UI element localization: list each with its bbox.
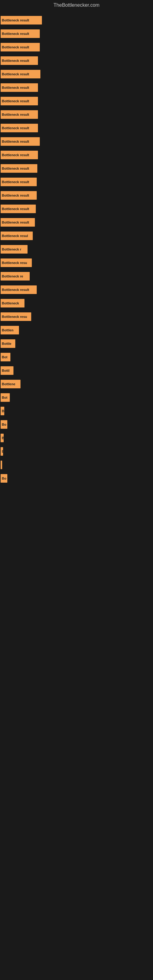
- bar: B: [1, 434, 4, 442]
- bar-row: Bottleneck result: [0, 216, 153, 229]
- bar: Bottleneck result: [1, 56, 38, 65]
- bar-row: Bottleneck result: [0, 162, 153, 175]
- bar-label: Bottleneck result: [2, 99, 29, 103]
- bar-label: Bottleneck result: [2, 207, 29, 211]
- bar-row: Bottleneck result: [0, 67, 153, 81]
- bar-row: [0, 458, 153, 472]
- bar: Bottleneck result: [1, 151, 38, 159]
- bar: Bottleneck result: [1, 218, 35, 227]
- bar-row: Bottleneck result: [0, 189, 153, 202]
- bar-label: Bottleneck result: [2, 180, 29, 184]
- bar-label: Bottlene: [2, 382, 15, 386]
- bar-label: B: [2, 450, 3, 453]
- bar: Bot: [1, 353, 10, 361]
- bar: Bottleneck result: [1, 110, 38, 119]
- bar-label: Bottleneck: [2, 301, 19, 305]
- bar-label: Bottleneck result: [2, 153, 29, 157]
- bar-row: Bottleneck result: [0, 81, 153, 94]
- bar: Bottleneck resu: [1, 312, 31, 321]
- bar: Bottleneck result: [1, 178, 37, 186]
- bar-label: Bottleneck re: [2, 274, 23, 278]
- bar: Bottleneck result: [1, 83, 38, 92]
- bar: Bottleneck resu: [1, 258, 32, 267]
- bar-row: Bottleneck result: [0, 121, 153, 135]
- bar: Bottleneck result: [1, 97, 38, 105]
- bar: Bottleneck re: [1, 272, 30, 280]
- bar-row: Bottleneck resu: [0, 310, 153, 323]
- bar-row: Bot: [0, 391, 153, 404]
- bar-label: Bottleneck result: [2, 288, 29, 291]
- bar-label: Bottleneck resu: [2, 315, 27, 318]
- bar-row: Bottleneck result: [0, 40, 153, 54]
- bar-row: Bottleneck resul: [0, 229, 153, 243]
- bar: Bo: [1, 420, 7, 429]
- bar-row: Bottleneck result: [0, 13, 153, 27]
- bar: B: [1, 447, 3, 456]
- bar: Bot: [1, 393, 10, 402]
- bar: Bottleneck result: [1, 29, 40, 38]
- bar-label: B: [2, 436, 4, 440]
- bar-row: Bottleneck result: [0, 283, 153, 296]
- bar: Bottle: [1, 339, 15, 348]
- bar-row: Bottleneck result: [0, 135, 153, 148]
- bar-label: Bottleneck result: [2, 113, 29, 116]
- bar-label: Bot: [2, 355, 7, 359]
- bar-label: Bottleneck result: [2, 140, 29, 143]
- bar-label: Bottl: [2, 369, 10, 372]
- bar-label: Bottleneck r: [2, 247, 21, 251]
- bar-row: Bottleneck result: [0, 148, 153, 162]
- bar: Bottl: [1, 366, 13, 375]
- bar-row: Bottlen: [0, 323, 153, 337]
- bar-row: Bottleneck result: [0, 108, 153, 121]
- bar-label: Bottleneck result: [2, 45, 29, 49]
- bar: Bottlene: [1, 380, 21, 388]
- bar: Bottleneck: [1, 299, 24, 307]
- bar: Bottleneck result: [1, 285, 37, 294]
- bar-row: Bottleneck result: [0, 54, 153, 67]
- bar: [1, 461, 2, 469]
- bar-row: Bottlene: [0, 377, 153, 391]
- bar: Bottleneck result: [1, 43, 40, 51]
- bar-label: Bottleneck result: [2, 59, 29, 62]
- bar-row: Bottleneck: [0, 296, 153, 310]
- bar-label: Bo: [2, 477, 6, 480]
- bar-label: Bottleneck result: [2, 126, 29, 130]
- bar-label: Bottle: [2, 342, 11, 345]
- bar-label: Bo: [2, 423, 6, 426]
- bar: Bottleneck result: [1, 164, 37, 173]
- bar-label: Bot: [2, 396, 7, 399]
- bar-row: Bottleneck result: [0, 175, 153, 189]
- bars-container: Bottleneck resultBottleneck resultBottle…: [0, 10, 153, 488]
- bar-row: Bottleneck r: [0, 243, 153, 256]
- bar-label: Bottleneck result: [2, 221, 29, 224]
- bar: Bottleneck result: [1, 137, 40, 146]
- bar-row: Bo: [0, 472, 153, 485]
- bar-row: Bot: [0, 350, 153, 364]
- bar-row: B: [0, 431, 153, 445]
- bar-row: Bottl: [0, 364, 153, 377]
- bar-label: Bottleneck result: [2, 72, 29, 76]
- bar: Bottleneck result: [1, 205, 36, 213]
- bar-label: Bottleneck resul: [2, 234, 28, 238]
- bar: Bottleneck result: [1, 124, 38, 132]
- bar: Bottleneck result: [1, 16, 42, 24]
- bar-label: Bottleneck result: [2, 32, 29, 35]
- bar-label: B: [2, 409, 4, 413]
- bar: Bottleneck resul: [1, 232, 33, 240]
- bar-label: Bottleneck result: [2, 167, 29, 170]
- bar-label: Bottleneck resu: [2, 261, 27, 265]
- bar-row: Bottleneck resu: [0, 256, 153, 269]
- bar-row: Bottle: [0, 337, 153, 350]
- bar-row: B: [0, 445, 153, 458]
- bar: Bottleneck result: [1, 191, 37, 200]
- bar-label: Bottleneck result: [2, 194, 29, 197]
- bar-row: Bottleneck re: [0, 269, 153, 283]
- bar: B: [1, 407, 4, 415]
- bar-row: B: [0, 404, 153, 418]
- bar-label: Bottlen: [2, 328, 13, 332]
- bar-label: Bottleneck result: [2, 18, 29, 22]
- site-title: TheBottlenecker.com: [0, 0, 153, 10]
- bar-row: Bottleneck result: [0, 202, 153, 216]
- bar: Bottleneck result: [1, 70, 40, 78]
- bar: Bo: [1, 474, 7, 483]
